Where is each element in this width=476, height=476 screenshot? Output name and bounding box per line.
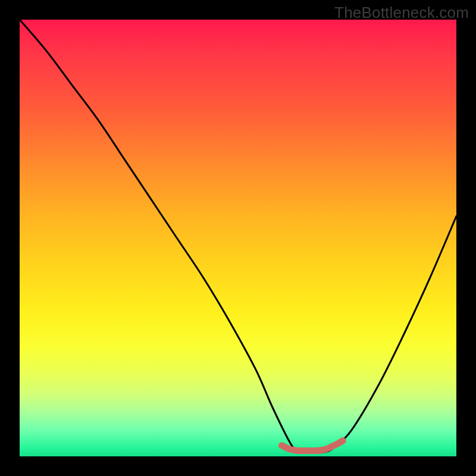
marker-band — [281, 441, 343, 451]
chart-frame: TheBottleneck.com — [0, 0, 476, 476]
plot-area — [20, 20, 456, 456]
bottleneck-curve — [20, 20, 456, 453]
curve-svg — [20, 20, 456, 456]
